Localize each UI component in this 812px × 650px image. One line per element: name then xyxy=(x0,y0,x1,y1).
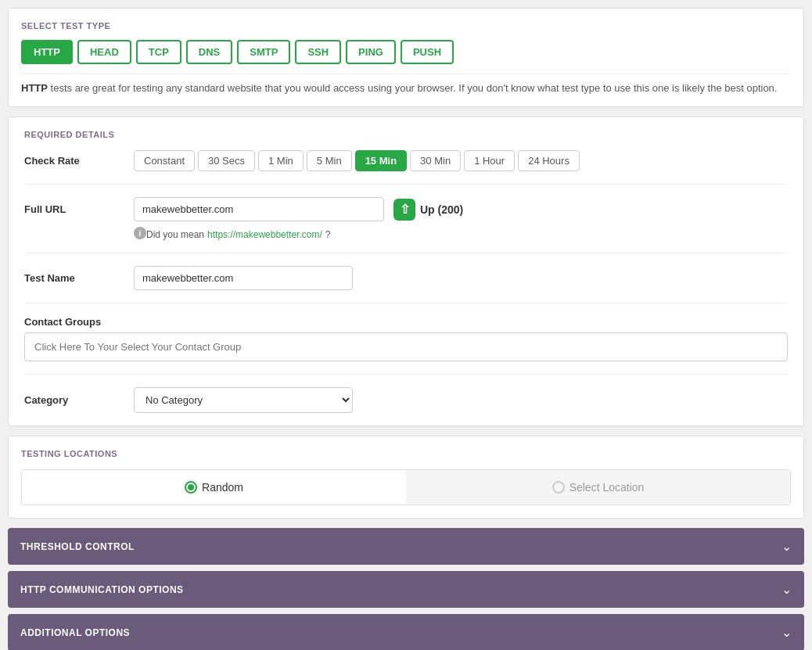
radio-random xyxy=(185,481,197,494)
did-you-mean-link[interactable]: https://makewebbetter.com/ xyxy=(207,229,322,240)
test-type-smtp[interactable]: SMTP xyxy=(237,40,290,64)
url-row: ⇧ Up (200) xyxy=(134,197,788,221)
random-label: Random xyxy=(202,481,243,494)
http-desc-text: tests are great for testing any standard… xyxy=(51,82,778,94)
full-url-row: Full URL ⇧ Up (200) i Did you mean https… xyxy=(24,197,788,253)
category-label: Category xyxy=(24,394,134,406)
test-name-label: Test Name xyxy=(24,272,134,284)
up-arrow-icon: ⇧ xyxy=(393,199,415,221)
check-rate-1hour[interactable]: 1 Hour xyxy=(464,150,515,171)
additional-options-section[interactable]: ADDITIONAL OPTIONS ⌄ xyxy=(8,614,804,650)
check-rate-5min[interactable]: 5 Min xyxy=(307,150,352,171)
test-type-buttons: HTTP HEAD TCP DNS SMTP SSH PING PUSH xyxy=(21,40,791,64)
check-rate-15min[interactable]: 15 Min xyxy=(355,150,407,171)
threshold-chevron-icon: ⌄ xyxy=(781,539,792,554)
check-rate-constant[interactable]: Constant xyxy=(134,150,195,171)
check-rate-row: Check Rate Constant 30 Secs 1 Min 5 Min … xyxy=(24,150,788,185)
location-options: Random Select Location xyxy=(21,469,791,505)
test-type-ssh[interactable]: SSH xyxy=(295,40,341,64)
test-name-content xyxy=(134,266,788,290)
check-rate-buttons: Constant 30 Secs 1 Min 5 Min 15 Min 30 M… xyxy=(134,150,788,171)
category-row: Category No Category xyxy=(24,387,788,413)
test-name-row: Test Name xyxy=(24,266,788,303)
location-random[interactable]: Random xyxy=(22,470,406,505)
select-test-type-section: SELECT TEST TYPE HTTP HEAD TCP DNS SMTP … xyxy=(8,8,804,107)
select-test-type-title: SELECT TEST TYPE xyxy=(21,21,791,31)
full-url-label: Full URL xyxy=(24,203,134,215)
threshold-control-section[interactable]: THRESHOLD CONTROL ⌄ xyxy=(8,528,804,565)
location-select[interactable]: Select Location xyxy=(406,470,790,505)
full-url-inner: Full URL ⇧ Up (200) xyxy=(24,197,788,221)
http-bold: HTTP xyxy=(21,82,48,94)
select-location-label: Select Location xyxy=(569,481,645,494)
testing-locations-title: TESTING LOCATIONS xyxy=(21,449,791,458)
info-icon: i xyxy=(134,227,146,239)
test-type-http[interactable]: HTTP xyxy=(21,40,73,64)
check-rate-1min[interactable]: 1 Min xyxy=(258,150,304,171)
url-input[interactable] xyxy=(134,197,384,221)
http-communication-section[interactable]: HTTP COMMUNICATION OPTIONS ⌄ xyxy=(8,571,804,608)
additional-options-title: ADDITIONAL OPTIONS xyxy=(20,627,130,638)
contact-groups-content xyxy=(24,332,788,361)
check-rate-24hours[interactable]: 24 Hours xyxy=(518,150,580,171)
contact-groups-input[interactable] xyxy=(24,332,788,361)
main-container: SELECT TEST TYPE HTTP HEAD TCP DNS SMTP … xyxy=(8,8,804,650)
test-type-push[interactable]: PUSH xyxy=(401,40,454,64)
test-type-head[interactable]: HEAD xyxy=(77,40,131,64)
threshold-control-title: THRESHOLD CONTROL xyxy=(20,541,135,552)
testing-locations-section: TESTING LOCATIONS Random Select Location xyxy=(8,436,804,519)
status-badge: ⇧ Up (200) xyxy=(393,199,463,221)
http-communication-title: HTTP COMMUNICATION OPTIONS xyxy=(20,584,184,595)
http-description: HTTP tests are great for testing any sta… xyxy=(21,74,791,94)
required-details-section: REQUIRED DETAILS Check Rate Constant 30 … xyxy=(8,117,804,426)
test-name-input[interactable] xyxy=(134,266,353,290)
additional-options-chevron-icon: ⌄ xyxy=(781,625,792,640)
http-communication-chevron-icon: ⌄ xyxy=(781,582,792,597)
did-you-mean: Did you mean https://makewebbetter.com/ … xyxy=(146,229,330,240)
category-content: No Category xyxy=(134,387,788,413)
test-type-dns[interactable]: DNS xyxy=(186,40,232,64)
did-you-mean-suffix: ? xyxy=(325,229,331,240)
contact-groups-label: Contact Groups xyxy=(24,316,134,328)
status-text: Up (200) xyxy=(420,203,463,216)
did-you-mean-text: Did you mean xyxy=(146,229,204,240)
did-you-mean-row: i Did you mean https://makewebbetter.com… xyxy=(24,226,330,240)
check-rate-label: Check Rate xyxy=(24,155,134,167)
test-type-tcp[interactable]: TCP xyxy=(136,40,181,64)
required-details-title: REQUIRED DETAILS xyxy=(24,130,788,139)
radio-select-location xyxy=(552,481,565,494)
test-type-ping[interactable]: PING xyxy=(346,40,396,64)
contact-groups-row: Contact Groups xyxy=(24,316,788,375)
category-select[interactable]: No Category xyxy=(134,387,353,413)
check-rate-30min[interactable]: 30 Min xyxy=(410,150,461,171)
check-rate-30secs[interactable]: 30 Secs xyxy=(198,150,255,171)
